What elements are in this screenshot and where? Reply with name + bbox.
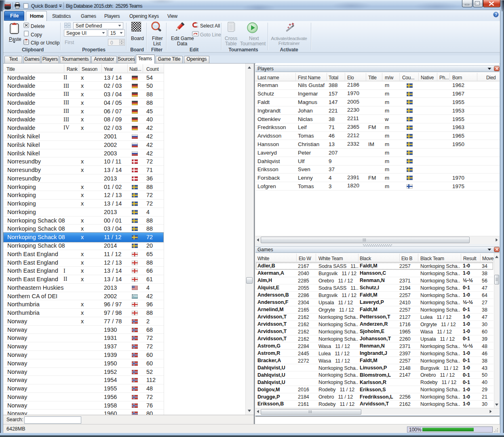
- svg-text:?: ?: [495, 13, 497, 17]
